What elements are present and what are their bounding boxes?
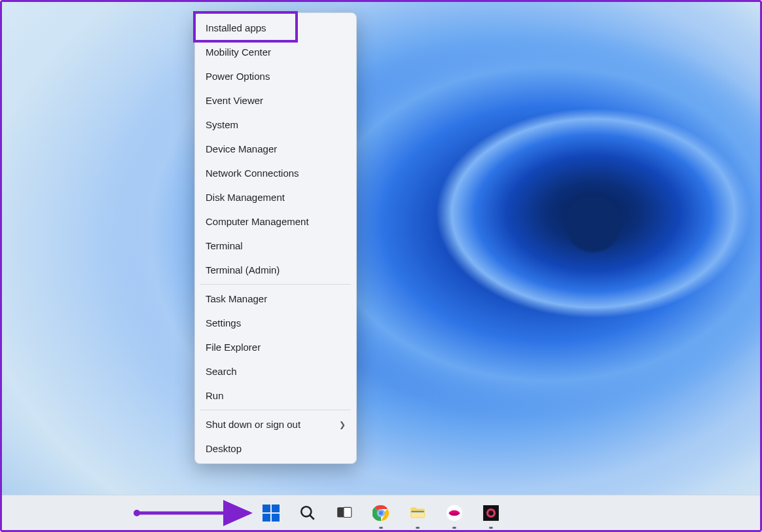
menu-item-network-connections[interactable]: Network Connections bbox=[195, 161, 356, 185]
svg-point-7 bbox=[379, 510, 384, 515]
chrome-icon bbox=[372, 505, 390, 522]
menu-item-label: Installed apps bbox=[206, 22, 266, 33]
svg-rect-9 bbox=[411, 510, 424, 512]
windows-logo-icon bbox=[263, 505, 280, 522]
menu-item-run[interactable]: Run bbox=[195, 383, 356, 408]
menu-item-computer-management[interactable]: Computer Management bbox=[195, 209, 356, 234]
menu-item-label: File Explorer bbox=[206, 342, 261, 353]
lips-icon bbox=[446, 505, 463, 522]
menu-item-file-explorer[interactable]: File Explorer bbox=[195, 335, 356, 359]
start-button[interactable] bbox=[258, 500, 284, 526]
menu-item-power-options[interactable]: Power Options bbox=[195, 64, 356, 88]
search-button[interactable] bbox=[295, 500, 321, 526]
menu-divider bbox=[200, 284, 351, 285]
menu-item-label: Desktop bbox=[206, 443, 242, 454]
menu-item-label: Task Manager bbox=[206, 293, 267, 304]
svg-rect-3 bbox=[344, 507, 352, 517]
camera-icon bbox=[482, 505, 499, 522]
menu-item-label: Device Manager bbox=[206, 143, 277, 154]
menu-item-label: Settings bbox=[206, 317, 241, 328]
menu-item-label: Shut down or sign out bbox=[206, 419, 300, 430]
menu-item-disk-management[interactable]: Disk Management bbox=[195, 185, 356, 209]
task-view-button[interactable] bbox=[331, 500, 357, 526]
menu-item-event-viewer[interactable]: Event Viewer bbox=[195, 88, 356, 113]
menu-item-search[interactable]: Search bbox=[195, 359, 356, 383]
menu-item-label: Network Connections bbox=[206, 168, 299, 179]
menu-item-label: System bbox=[206, 119, 238, 130]
menu-item-task-manager[interactable]: Task Manager bbox=[195, 287, 356, 311]
camera-app-button[interactable] bbox=[478, 500, 504, 526]
task-view-icon bbox=[336, 505, 353, 522]
file-explorer-button[interactable] bbox=[405, 500, 431, 526]
lips-app-button[interactable] bbox=[441, 500, 467, 526]
menu-item-label: Run bbox=[206, 390, 224, 401]
desktop-wallpaper bbox=[2, 2, 760, 530]
menu-item-label: Disk Management bbox=[206, 192, 285, 203]
search-icon bbox=[299, 505, 316, 522]
menu-item-label: Event Viewer bbox=[206, 95, 263, 106]
menu-item-label: Mobility Center bbox=[206, 46, 271, 58]
svg-rect-11 bbox=[483, 505, 499, 521]
menu-item-settings[interactable]: Settings bbox=[195, 311, 356, 335]
menu-item-installed-apps[interactable]: Installed apps bbox=[195, 16, 356, 40]
menu-item-label: Power Options bbox=[206, 71, 270, 82]
menu-divider bbox=[200, 410, 351, 410]
folder-icon bbox=[409, 505, 426, 522]
menu-item-label: Computer Management bbox=[206, 216, 309, 227]
svg-point-0 bbox=[301, 506, 311, 516]
menu-item-label: Terminal bbox=[206, 240, 243, 251]
menu-item-terminal-admin[interactable]: Terminal (Admin) bbox=[195, 258, 356, 282]
taskbar bbox=[2, 495, 760, 530]
svg-line-1 bbox=[310, 515, 314, 519]
menu-item-device-manager[interactable]: Device Manager bbox=[195, 137, 356, 161]
menu-item-shutdown-signout[interactable]: Shut down or sign out ❯ bbox=[195, 412, 356, 436]
chrome-button[interactable] bbox=[368, 500, 394, 526]
menu-item-label: Search bbox=[206, 366, 237, 377]
menu-item-system[interactable]: System bbox=[195, 113, 356, 137]
menu-item-label: Terminal (Admin) bbox=[206, 264, 280, 275]
menu-item-desktop[interactable]: Desktop bbox=[195, 436, 356, 461]
menu-item-terminal[interactable]: Terminal bbox=[195, 234, 356, 258]
winx-context-menu: Installed apps Mobility Center Power Opt… bbox=[194, 12, 357, 464]
screenshot-frame: Installed apps Mobility Center Power Opt… bbox=[0, 0, 762, 532]
menu-item-mobility-center[interactable]: Mobility Center bbox=[195, 40, 356, 64]
chevron-right-icon: ❯ bbox=[339, 420, 346, 429]
